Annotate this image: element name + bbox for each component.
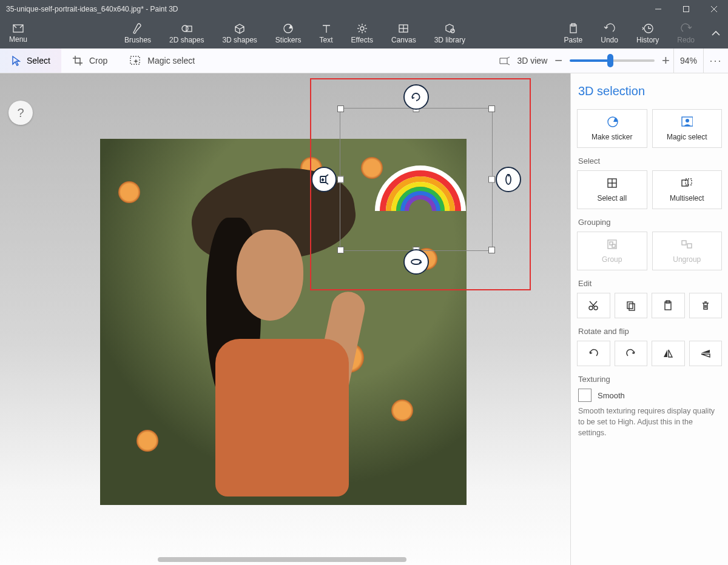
copy-button[interactable]: [615, 293, 648, 318]
texturing-note: Smooth texturing requires display qualit…: [578, 406, 721, 438]
svg-rect-35: [682, 180, 688, 186]
multiselect-icon: [681, 177, 693, 189]
paste-button-panel[interactable]: [652, 293, 685, 318]
svg-rect-1: [684, 7, 689, 12]
svg-line-5: [13, 25, 16, 28]
side-panel: 3D selection Make sticker Magic select S…: [570, 73, 728, 565]
select-all-icon: [606, 177, 618, 189]
svg-point-27: [411, 259, 421, 264]
group-icon: [606, 238, 618, 250]
menu-button[interactable]: Menu: [0, 18, 36, 48]
flip-vertical-button[interactable]: [689, 341, 723, 366]
svg-point-10: [360, 27, 364, 30]
maximize-button[interactable]: [672, 0, 700, 18]
rotate-section-label: Rotate and flip: [578, 327, 722, 336]
make-sticker-button[interactable]: Make sticker: [577, 109, 647, 148]
3d-view-toggle[interactable]: 3D view: [499, 48, 547, 73]
3d-shapes-tab[interactable]: 3D shapes: [213, 18, 266, 48]
panel-title: 3D selection: [578, 84, 722, 98]
texturing-section-label: Texturing: [578, 375, 722, 384]
multiselect-button[interactable]: Multiselect: [652, 170, 723, 209]
svg-rect-46: [627, 302, 633, 309]
grouping-section-label: Grouping: [578, 218, 722, 227]
zoom-in-button[interactable]: +: [662, 48, 670, 73]
rotate-cw-button[interactable]: [615, 341, 648, 366]
ribbon: Menu Brushes 2D shapes 3D shapes Sticker…: [0, 18, 728, 48]
resize-handle-l[interactable]: [337, 176, 344, 183]
brushes-tab[interactable]: Brushes: [115, 18, 160, 48]
text-tab[interactable]: Text: [311, 18, 342, 48]
help-button[interactable]: ?: [8, 101, 33, 125]
canvas-viewport[interactable]: ?: [0, 73, 570, 565]
svg-rect-40: [682, 241, 686, 245]
cut-button[interactable]: [577, 293, 610, 318]
edit-section-label: Edit: [578, 279, 722, 288]
redo-button: Redo: [668, 18, 704, 48]
checkbox-box[interactable]: [578, 389, 592, 402]
crop-tool[interactable]: Crop: [61, 48, 118, 73]
main-area: ?: [0, 73, 728, 565]
select-section-label: Select: [578, 156, 722, 165]
svg-rect-41: [687, 244, 692, 248]
window-title: 35-unique-self-portrait-ideas_640x640.jp…: [0, 5, 644, 13]
select-all-button[interactable]: Select all: [577, 170, 647, 209]
rotate-x-handle[interactable]: [403, 249, 429, 275]
paste-button[interactable]: Paste: [555, 18, 592, 48]
smooth-checkbox[interactable]: Smooth: [578, 389, 722, 402]
group-button: Group: [577, 232, 647, 270]
undo-button[interactable]: Undo: [592, 18, 627, 48]
flip-horizontal-button[interactable]: [652, 341, 685, 366]
resize-handle-r[interactable]: [488, 176, 495, 183]
depth-handle[interactable]: [311, 167, 337, 192]
ungroup-button: Ungroup: [652, 232, 723, 270]
close-button[interactable]: [700, 0, 728, 18]
ungroup-icon: [681, 238, 693, 250]
svg-point-31: [686, 119, 689, 122]
canvas-tab[interactable]: Canvas: [382, 18, 425, 48]
rotate-ccw-button[interactable]: [577, 341, 610, 366]
magic-select-tool[interactable]: Magic select: [118, 48, 206, 73]
svg-line-18: [359, 31, 360, 32]
effects-tab[interactable]: Effects: [342, 18, 382, 48]
zoom-out-button[interactable]: −: [554, 48, 562, 73]
svg-line-17: [365, 25, 366, 26]
more-options-button[interactable]: ···: [703, 48, 728, 73]
selection-bounding-box[interactable]: [340, 108, 493, 251]
zoom-slider-knob[interactable]: [607, 54, 613, 67]
titlebar: 35-unique-self-portrait-ideas_640x640.jp…: [0, 0, 728, 18]
smooth-label: Smooth: [598, 391, 625, 400]
svg-line-6: [20, 25, 23, 28]
delete-button[interactable]: [689, 293, 723, 318]
zoom-slider[interactable]: [570, 59, 655, 62]
sticker-icon: [606, 116, 618, 128]
stickers-tab[interactable]: Stickers: [266, 18, 311, 48]
horizontal-scrollbar[interactable]: [158, 557, 406, 562]
3d-library-tab[interactable]: 3D library: [425, 18, 474, 48]
resize-handle-bl[interactable]: [337, 247, 344, 253]
magic-select-icon: [681, 116, 693, 128]
resize-handle-tl[interactable]: [337, 105, 344, 112]
svg-line-15: [359, 25, 360, 26]
minimize-button[interactable]: [644, 0, 672, 18]
zoom-percent[interactable]: 94%: [673, 48, 703, 73]
sub-toolbar: Select Crop Magic select 3D view − + 94%…: [0, 48, 728, 73]
magic-select-button[interactable]: Magic select: [652, 109, 723, 148]
svg-rect-26: [130, 56, 140, 64]
collapse-ribbon-button[interactable]: [704, 18, 728, 48]
rotate-y-handle[interactable]: [496, 167, 521, 192]
svg-line-16: [365, 31, 366, 32]
svg-rect-47: [629, 304, 635, 310]
select-tool[interactable]: Select: [0, 48, 61, 73]
2d-shapes-tab[interactable]: 2D shapes: [160, 18, 213, 48]
menu-label: Menu: [9, 35, 27, 44]
resize-handle-br[interactable]: [488, 247, 495, 253]
history-button[interactable]: History: [627, 18, 668, 48]
rotate-z-handle[interactable]: [403, 84, 429, 110]
resize-handle-tr[interactable]: [488, 105, 495, 112]
